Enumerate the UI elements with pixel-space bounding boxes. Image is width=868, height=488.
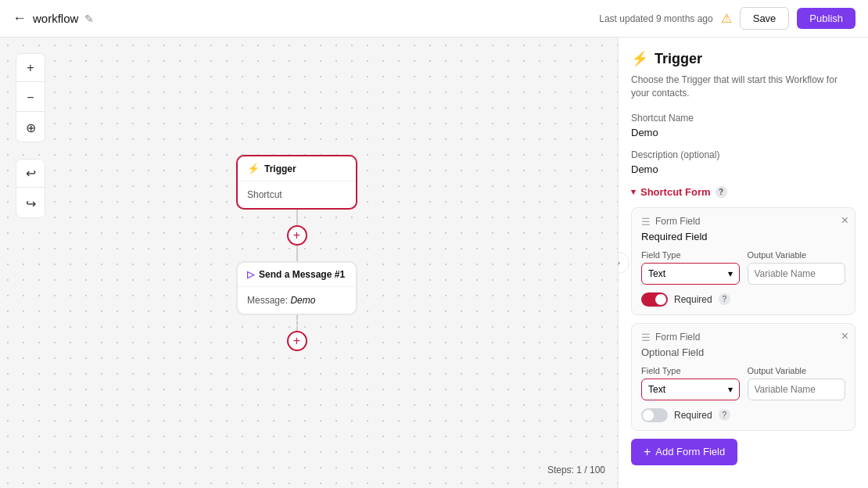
zoom-fit-button[interactable]: ⊕ xyxy=(16,113,45,142)
form-field-2-close-button[interactable]: × xyxy=(841,330,848,343)
form-field-2-section-label: Form Field xyxy=(655,332,700,343)
form-field-2-required-toggle[interactable] xyxy=(641,408,668,422)
message-node[interactable]: ▷ Send a Message #1 Message: Demo xyxy=(236,261,357,315)
form-field-1-name: Required Field xyxy=(641,231,845,242)
zoom-out-button[interactable]: − xyxy=(16,84,45,112)
form-field-1-type-col: Field Type Text ▾ xyxy=(641,250,740,285)
topbar: ← workflow ✎ Last updated 9 months ago ⚠… xyxy=(0,0,868,38)
undo-button[interactable]: ↩ xyxy=(16,160,45,188)
description-optional-value: Demo xyxy=(631,163,855,175)
panel-title: ⚡ Trigger xyxy=(631,50,855,67)
form-field-1-type-select[interactable]: Text ▾ xyxy=(641,263,740,285)
connector-1: + xyxy=(287,210,307,261)
save-button[interactable]: Save xyxy=(740,7,790,30)
connector-line-1 xyxy=(296,210,298,225)
form-field-1-required-help-icon[interactable]: ? xyxy=(719,293,730,305)
form-field-1-columns: Field Type Text ▾ Output Variable xyxy=(641,250,845,285)
form-field-2-type-label: Field Type xyxy=(641,366,740,375)
form-field-2-type-value: Text xyxy=(648,384,665,395)
panel-trigger-icon: ⚡ xyxy=(631,50,648,67)
workflow-canvas[interactable]: + − ⊕ ↩ ↪ ⚡ Trigger Shortcut xyxy=(0,38,618,488)
form-field-1-output-label: Output Variable xyxy=(748,250,846,260)
description-optional-label: Description (optional) xyxy=(631,149,855,160)
form-field-1-required-toggle[interactable] xyxy=(641,292,668,307)
right-panel-inner: ⚡ Trigger Choose the Trigger that will s… xyxy=(619,38,868,488)
shortcut-form-label: Shortcut Form xyxy=(640,186,711,198)
right-panel: › ⚡ Trigger Choose the Trigger that will… xyxy=(618,38,868,488)
form-field-1-type-chevron: ▾ xyxy=(728,268,733,279)
zoom-in-button[interactable]: + xyxy=(16,54,45,82)
back-button[interactable]: ← xyxy=(13,10,27,27)
message-node-header: ▷ Send a Message #1 xyxy=(238,263,356,287)
form-field-2-name: Optional Field xyxy=(641,346,845,358)
shortcut-form-section[interactable]: ▾ Shortcut Form ? xyxy=(631,186,855,198)
add-form-field-plus-icon: + xyxy=(644,445,651,459)
edit-title-icon[interactable]: ✎ xyxy=(84,13,94,25)
trigger-node-header: ⚡ Trigger xyxy=(238,156,356,181)
form-field-2: ☰ Form Field Optional Field × Field Type… xyxy=(631,323,855,431)
form-field-1-section-label: Form Field xyxy=(655,216,700,227)
trigger-node-icon: ⚡ xyxy=(247,163,260,174)
shortcut-form-help-icon[interactable]: ? xyxy=(716,186,727,198)
undo-controls: ↩ ↪ xyxy=(16,159,45,218)
form-field-1-output-input[interactable] xyxy=(748,263,846,285)
warning-icon: ⚠ xyxy=(721,11,732,26)
panel-description: Choose the Trigger that will start this … xyxy=(631,74,855,100)
trigger-node-body-text: Shortcut xyxy=(247,189,282,200)
publish-button[interactable]: Publish xyxy=(797,8,855,29)
form-field-2-output-input[interactable] xyxy=(748,379,846,400)
form-field-2-required-label: Required xyxy=(674,410,712,421)
form-field-2-toggle-knob xyxy=(643,410,654,421)
shortcut-name-label: Shortcut Name xyxy=(631,113,855,124)
last-updated-status: Last updated 9 months ago xyxy=(599,13,712,24)
form-field-2-columns: Field Type Text ▾ Output Variable xyxy=(641,366,845,400)
shortcut-form-chevron: ▾ xyxy=(631,187,636,197)
message-node-title: Send a Message #1 xyxy=(259,269,345,280)
message-node-body: Message: Demo xyxy=(238,287,356,314)
form-field-2-header: ☰ Form Field xyxy=(641,332,845,343)
redo-button[interactable]: ↪ xyxy=(16,189,45,217)
form-field-1-required-row: Required ? xyxy=(641,292,845,307)
form-field-2-type-chevron: ▾ xyxy=(728,384,733,395)
steps-counter: Steps: 1 / 100 xyxy=(547,465,605,475)
form-field-2-type-select[interactable]: Text ▾ xyxy=(641,379,740,400)
form-field-1: ☰ Form Field Required Field × Field Type… xyxy=(631,207,855,315)
trigger-node-body: Shortcut xyxy=(238,181,356,208)
form-field-2-output-col: Output Variable xyxy=(748,366,846,400)
zoom-controls: + − ⊕ xyxy=(16,53,45,142)
connector-2: + xyxy=(287,315,307,351)
message-value: Demo xyxy=(290,295,315,306)
shortcut-name-value: Demo xyxy=(631,127,855,138)
form-field-2-output-label: Output Variable xyxy=(748,366,846,375)
form-field-1-type-value: Text xyxy=(648,268,665,279)
connector-line-2 xyxy=(296,315,298,331)
add-form-field-label: Add Form Field xyxy=(655,446,725,458)
trigger-node-title: Trigger xyxy=(264,163,296,174)
message-node-icon: ▷ xyxy=(247,269,254,280)
form-field-1-output-col: Output Variable xyxy=(748,250,846,285)
add-node-button-2[interactable]: + xyxy=(287,331,307,351)
add-form-field-button[interactable]: + Add Form Field xyxy=(631,439,737,465)
panel-title-text: Trigger xyxy=(655,51,702,67)
add-node-button-1[interactable]: + xyxy=(287,225,307,246)
trigger-node[interactable]: ⚡ Trigger Shortcut xyxy=(236,155,357,210)
form-field-1-type-label: Field Type xyxy=(641,250,740,260)
form-field-1-close-button[interactable]: × xyxy=(841,214,848,227)
drag-icon-1[interactable]: ☰ xyxy=(641,216,651,228)
form-field-2-type-col: Field Type Text ▾ xyxy=(641,366,740,400)
form-field-1-header: ☰ Form Field xyxy=(641,216,845,228)
drag-icon-2[interactable]: ☰ xyxy=(641,332,651,343)
node-container: ⚡ Trigger Shortcut + ▷ Send a Message #1 xyxy=(236,155,357,351)
workflow-title: workflow xyxy=(33,12,78,25)
form-field-1-toggle-knob xyxy=(655,294,666,305)
message-label: Message: xyxy=(247,295,288,306)
form-field-2-required-help-icon[interactable]: ? xyxy=(719,409,730,421)
main-area: + − ⊕ ↩ ↪ ⚡ Trigger Shortcut xyxy=(0,38,868,488)
form-field-1-required-label: Required xyxy=(674,294,712,305)
connector-line-1b xyxy=(296,246,298,261)
form-field-2-required-row: Required ? xyxy=(641,408,845,422)
